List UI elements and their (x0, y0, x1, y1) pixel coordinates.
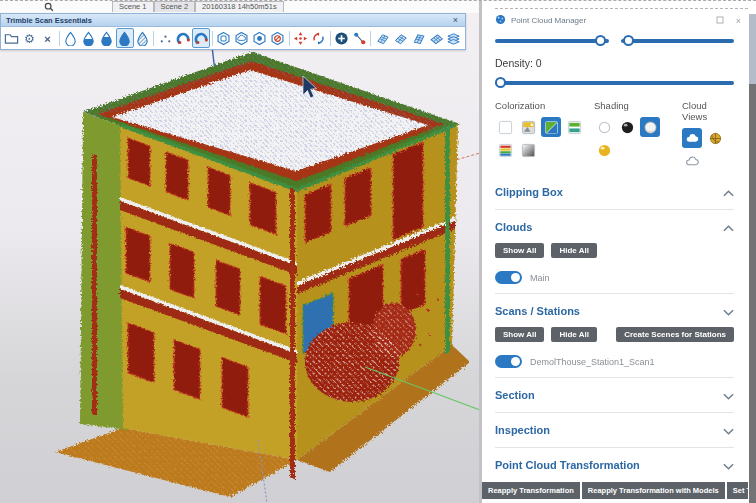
section-label: Clipping Box (495, 186, 723, 198)
opacity-slider[interactable] (621, 35, 735, 47)
colorize-classification-icon[interactable] (495, 140, 515, 160)
density-empty-droplet-icon[interactable] (62, 28, 80, 48)
show-all-button[interactable]: Show All (495, 327, 544, 342)
open-folder-icon[interactable] (3, 28, 21, 48)
chevron-down-icon[interactable] (723, 456, 734, 474)
layers-stack-icon[interactable] (445, 28, 463, 48)
hex-cloud-icon[interactable] (233, 28, 251, 48)
cloud-view-visible-icon[interactable] (682, 128, 702, 148)
section-point-cloud-transformation: Point Cloud TransformationReapply Transf… (495, 447, 734, 503)
panel-scrollbar[interactable] (749, 0, 756, 503)
options-column-shading: Shading (594, 100, 682, 171)
toggle-demolthouse_station1_scan1[interactable] (495, 355, 522, 368)
hex-point-icon[interactable] (251, 28, 269, 48)
settings-gear-icon[interactable]: ⚙ (21, 28, 39, 48)
cloud-view-stations-icon[interactable] (705, 128, 725, 148)
shading-none-icon[interactable] (594, 117, 614, 137)
section-section: Section (495, 377, 734, 412)
options-column-cloud-views: Cloud Views (682, 100, 734, 171)
section-label: Section (495, 389, 723, 401)
point-size-slider[interactable] (495, 35, 609, 47)
move-points-icon[interactable] (292, 28, 310, 48)
point-scatter-icon[interactable] (156, 28, 174, 48)
chevron-up-icon[interactable] (723, 218, 734, 236)
add-point-icon[interactable] (332, 28, 350, 48)
hex-disabled-icon[interactable] (269, 28, 287, 48)
panel-titlebar[interactable]: Point Cloud Manager × (495, 8, 748, 29)
scene-tab-1[interactable]: Scene 1 (112, 1, 154, 12)
toolbar-close-icon[interactable]: × (451, 15, 460, 25)
options-column-colorization: Colorization (495, 100, 594, 171)
section-section-header[interactable]: Section (495, 387, 734, 403)
shading-dark-icon[interactable] (617, 117, 637, 137)
reapply-transformation-with-models-button[interactable]: Reapply Transformation with Models (582, 482, 725, 499)
density-full-droplet-icon[interactable] (116, 28, 134, 48)
hex-box-icon[interactable] (215, 28, 233, 48)
scene-tab-3[interactable]: 20160318 14h50m51s (195, 1, 284, 12)
section-inspection: Inspection (495, 412, 734, 447)
panel-close-icon[interactable]: × (736, 16, 741, 26)
colorize-imagery-icon[interactable] (518, 117, 538, 137)
scrollbar-track[interactable] (749, 84, 756, 503)
density-hatched-droplet-icon[interactable] (134, 28, 152, 48)
hide-all-button[interactable]: Hide All (551, 243, 596, 258)
toggle-label: DemolThouse_Station1_Scan1 (530, 357, 655, 367)
set-transformation-button[interactable]: Set Transformation (727, 482, 748, 499)
section-clipping-box-header[interactable]: Clipping Box (495, 184, 734, 200)
scene-tab-strip: Scene 1Scene 220160318 14h50m51s (0, 0, 480, 13)
section-label: Inspection (495, 424, 723, 436)
colorize-elevation-icon[interactable] (564, 117, 584, 137)
rotate-points-icon[interactable] (310, 28, 328, 48)
section-label: Clouds (495, 221, 723, 233)
panel-minimize-icon[interactable] (716, 16, 724, 26)
scrollbar-thumb[interactable] (749, 14, 756, 84)
toggle-row: DemolThouse_Station1_Scan1 (495, 355, 734, 368)
section-scans-stations: Scans / StationsShow AllHide AllCreate S… (495, 293, 734, 377)
show-all-button[interactable]: Show All (495, 243, 544, 258)
selection-marquee-top (0, 0, 756, 1)
toolbar-separator (153, 31, 154, 46)
create-scenes-for-stations-button[interactable]: Create Scenes for Stations (616, 327, 734, 342)
viewport-panel-divider (479, 0, 482, 503)
chevron-down-icon[interactable] (723, 421, 734, 439)
hide-all-button[interactable]: Hide All (551, 327, 596, 342)
toolbar-separator (59, 31, 60, 46)
measure-line-icon[interactable] (350, 28, 368, 48)
toolbar-titlebar[interactable]: Trimble Scan Essentials × (1, 14, 465, 27)
mesh-plane-3-icon[interactable] (409, 28, 427, 48)
mesh-plane-2-icon[interactable] (391, 28, 409, 48)
mesh-plane-4-icon[interactable] (427, 28, 445, 48)
transformation-button-bar: Reapply TransformationReapply Transforma… (482, 482, 748, 499)
3d-viewport[interactable]: Scene 1Scene 220160318 14h50m51s Trimble… (0, 0, 480, 503)
density-medium-droplet-icon[interactable] (98, 28, 116, 48)
chevron-down-icon[interactable] (723, 386, 734, 404)
scene-tab-2[interactable]: Scene 2 (154, 1, 196, 12)
section-point-cloud-transformation-header[interactable]: Point Cloud Transformation (495, 457, 734, 473)
section-clouds-header[interactable]: Clouds (495, 219, 734, 235)
snap-magnet-icon[interactable] (174, 28, 192, 48)
shading-gold-icon[interactable] (594, 140, 614, 160)
colorize-none-icon[interactable] (495, 117, 515, 137)
remove-x-icon[interactable]: × (39, 28, 57, 48)
panel-title: Point Cloud Manager (511, 16, 586, 25)
section-clouds: CloudsShow AllHide AllMain (495, 209, 734, 293)
point-cloud-scene (0, 0, 480, 503)
panel-sections: Clipping BoxCloudsShow AllHide AllMainSc… (495, 175, 748, 503)
mesh-plane-1-icon[interactable] (373, 28, 391, 48)
magnifier-icon[interactable] (44, 2, 54, 12)
trimble-scan-essentials-toolbar: Trimble Scan Essentials × ⚙× (0, 13, 466, 50)
section-scans-stations-header[interactable]: Scans / Stations (495, 303, 734, 319)
snap-magnet-active-icon[interactable] (192, 28, 210, 48)
toggle-main[interactable] (495, 271, 522, 284)
colorize-scan-colors-icon[interactable] (541, 117, 561, 137)
section-inspection-header[interactable]: Inspection (495, 422, 734, 438)
density-slider[interactable] (495, 77, 734, 89)
chevron-up-icon[interactable] (723, 183, 734, 201)
section-clipping-box: Clipping Box (495, 175, 734, 209)
colorize-intensity-icon[interactable] (518, 140, 538, 160)
cloud-view-hidden-icon[interactable] (682, 151, 702, 171)
shading-white-icon[interactable] (640, 117, 660, 137)
chevron-down-icon[interactable] (723, 302, 734, 320)
reapply-transformation-button[interactable]: Reapply Transformation (482, 482, 580, 499)
density-low-droplet-icon[interactable] (80, 28, 98, 48)
